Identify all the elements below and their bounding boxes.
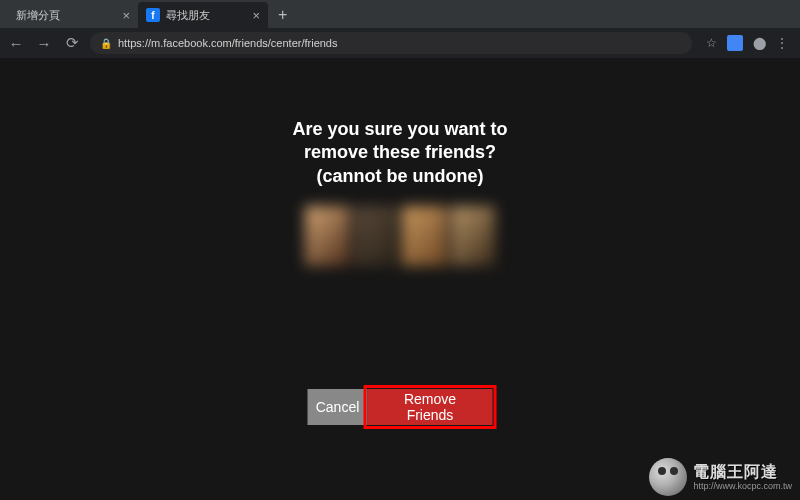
watermark-subtitle: http://www.kocpc.com.tw [693, 482, 792, 491]
url-text: https://m.facebook.com/friends/center/fr… [118, 37, 338, 49]
heading-line: (cannot be undone) [292, 165, 507, 188]
facebook-favicon: f [146, 8, 160, 22]
dialog-actions: Cancel Remove Friends [308, 389, 493, 425]
browser-chrome: 新增分頁 × f 尋找朋友 × + ← → ⟳ 🔒 https://m.face… [0, 0, 800, 58]
lock-icon: 🔒 [100, 38, 112, 49]
watermark: 電腦王阿達 http://www.kocpc.com.tw [649, 458, 792, 496]
tab-title: 新增分頁 [16, 8, 116, 23]
thumbnail [305, 206, 350, 266]
reload-button[interactable]: ⟳ [62, 34, 82, 52]
watermark-logo [649, 458, 687, 496]
extension-icon[interactable] [727, 35, 743, 51]
page-content: Are you sure you want to remove these fr… [0, 58, 800, 500]
confirm-heading: Are you sure you want to remove these fr… [292, 118, 507, 188]
new-tab-button[interactable]: + [268, 2, 297, 28]
friend-thumbnails [305, 206, 495, 266]
close-icon[interactable]: × [122, 8, 130, 23]
remove-friends-button[interactable]: Remove Friends [368, 389, 493, 425]
toolbar-right: ☆ ⬤ ⋮ [700, 35, 794, 51]
profile-icon[interactable]: ⬤ [753, 36, 766, 50]
thumbnail [354, 206, 399, 266]
heading-line: Are you sure you want to [292, 118, 507, 141]
thumbnail [402, 206, 447, 266]
tab-title: 尋找朋友 [166, 8, 246, 23]
tab-strip: 新增分頁 × f 尋找朋友 × + [0, 0, 800, 28]
tab-find-friends[interactable]: f 尋找朋友 × [138, 2, 268, 28]
watermark-text: 電腦王阿達 http://www.kocpc.com.tw [693, 464, 792, 491]
heading-line: remove these friends? [292, 141, 507, 164]
thumbnail [451, 206, 496, 266]
toolbar: ← → ⟳ 🔒 https://m.facebook.com/friends/c… [0, 28, 800, 58]
watermark-title: 電腦王阿達 [693, 464, 792, 480]
back-button[interactable]: ← [6, 35, 26, 52]
menu-icon[interactable]: ⋮ [776, 36, 788, 50]
tab-new[interactable]: 新增分頁 × [8, 2, 138, 28]
cancel-button[interactable]: Cancel [308, 389, 368, 425]
close-icon[interactable]: × [252, 8, 260, 23]
address-bar[interactable]: 🔒 https://m.facebook.com/friends/center/… [90, 32, 692, 54]
forward-button[interactable]: → [34, 35, 54, 52]
star-icon[interactable]: ☆ [706, 36, 717, 50]
